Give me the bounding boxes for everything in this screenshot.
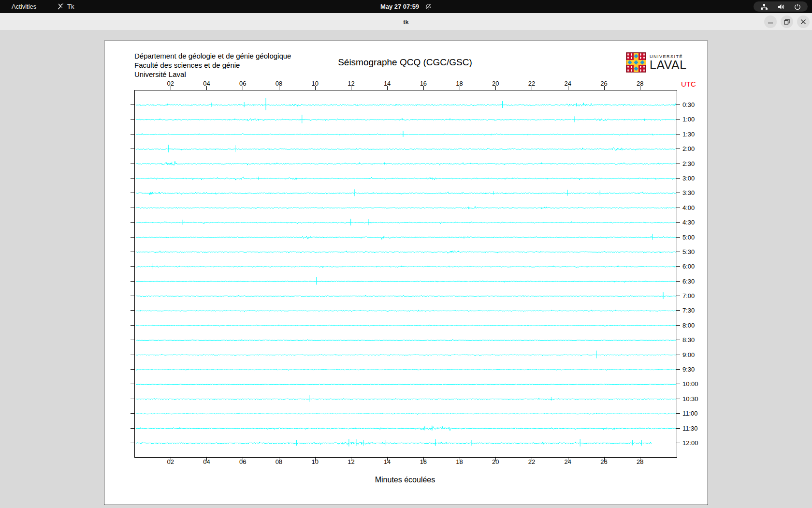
bottom-axis-tick-label: 16	[414, 458, 433, 465]
notifications-off-icon	[425, 3, 432, 10]
trace-row-5:30	[136, 251, 676, 253]
trace-row-3:00	[136, 177, 676, 180]
bottom-axis-tick-label: 06	[233, 458, 252, 465]
system-status-area[interactable]	[754, 1, 808, 12]
logo-laval-text: LAVAL	[650, 59, 687, 71]
left-row-tick	[130, 369, 134, 370]
left-row-tick	[130, 310, 134, 311]
left-row-tick	[130, 105, 134, 105]
left-row-tick	[130, 119, 134, 120]
activities-button[interactable]: Activities	[12, 0, 36, 13]
trace-row-8:00	[136, 325, 676, 327]
top-axis-tick-label: 16	[414, 80, 433, 87]
time-tick-label: 7:30	[682, 307, 695, 314]
bottom-axis-tick-label: 24	[558, 458, 578, 465]
left-row-tick	[130, 296, 134, 296]
maximize-button[interactable]	[781, 15, 793, 28]
time-tick-label: 8:00	[682, 322, 695, 329]
left-row-tick	[130, 355, 134, 355]
left-row-tick	[130, 281, 134, 282]
time-tick-label: 5:30	[682, 248, 695, 255]
trace-row-6:00	[136, 263, 676, 269]
trace-row-1:00	[136, 115, 676, 123]
top-axis-tick-label: 14	[377, 80, 397, 87]
bottom-axis-tick-label: 04	[197, 458, 216, 465]
top-axis-tick-label: 18	[450, 80, 469, 87]
left-row-tick	[130, 208, 134, 208]
left-row-tick	[130, 399, 134, 399]
time-tick-label: 8:30	[682, 336, 695, 343]
time-tick-label: 1:30	[682, 131, 695, 137]
time-tick-label: 1:00	[682, 116, 695, 122]
trace-row-10:30	[136, 395, 676, 402]
power-icon	[794, 3, 801, 10]
trace-row-9:30	[136, 369, 676, 371]
time-tick-label: 5:00	[682, 234, 695, 240]
left-row-tick	[130, 237, 134, 238]
left-row-tick	[130, 164, 134, 164]
universite-laval-logo: UNIVERSITÉ LAVAL	[626, 53, 687, 72]
clock-button[interactable]: May 27 07:59	[380, 3, 432, 10]
trace-row-10:00	[136, 384, 676, 385]
trace-row-7:30	[136, 310, 676, 312]
bottom-axis-tick-label: 02	[161, 458, 180, 465]
top-axis-tick-label: 10	[305, 80, 325, 87]
left-row-tick	[130, 193, 134, 193]
gnome-top-bar: Activities Tk May 27 07:59	[0, 0, 812, 13]
x-axis-title: Minutes écoulées	[260, 476, 550, 484]
bottom-axis-tick-label: 28	[630, 458, 650, 465]
bottom-axis-tick-label: 18	[450, 458, 469, 465]
time-tick-label: 0:30	[682, 101, 695, 108]
activities-label: Activities	[12, 3, 36, 10]
window-title: tk	[0, 13, 812, 30]
top-axis-tick-label: 24	[558, 80, 578, 87]
time-tick-label: 6:00	[682, 263, 695, 269]
seismogram-traces	[135, 90, 677, 457]
time-tick-label: 3:30	[682, 189, 695, 196]
trace-row-11:00	[136, 413, 676, 415]
bottom-axis-tick-label: 20	[486, 458, 505, 465]
trace-row-8:30	[136, 340, 676, 341]
time-tick-label: 2:00	[682, 145, 695, 152]
left-row-tick	[130, 266, 134, 267]
plot-title: Séismographe QCQ (CGC/GSC)	[260, 57, 550, 68]
time-tick-label: 11:00	[682, 410, 698, 417]
trace-row-4:30	[136, 219, 676, 225]
bottom-axis-tick-label: 26	[594, 458, 614, 465]
time-tick-label: 2:30	[682, 160, 695, 167]
top-axis-tick-label: 20	[486, 80, 505, 87]
trace-row-11:30	[136, 426, 676, 431]
trace-row-3:30	[136, 189, 676, 196]
left-row-tick	[130, 340, 134, 340]
time-tick-label: 4:30	[682, 219, 695, 225]
laval-shield-icon	[626, 53, 646, 72]
trace-row-1:30	[136, 131, 676, 137]
time-tick-label: 11:30	[682, 425, 698, 432]
time-tick-label: 7:00	[682, 292, 695, 299]
trace-row-6:30	[136, 277, 676, 285]
focused-app-menu[interactable]: Tk	[57, 0, 74, 13]
close-button[interactable]	[797, 15, 810, 28]
time-tick-label: 10:30	[682, 395, 698, 402]
trace-row-2:30	[136, 161, 676, 165]
time-tick-label: 10:00	[682, 380, 698, 387]
window-title-bar[interactable]: tk	[0, 13, 812, 31]
top-axis-tick-label: 08	[269, 80, 289, 87]
top-axis-tick-label: 04	[197, 80, 216, 87]
left-row-tick	[130, 149, 134, 149]
tk-icon	[57, 3, 64, 10]
minimize-button[interactable]	[764, 15, 777, 28]
volume-icon	[777, 3, 785, 10]
bottom-axis-tick-label: 14	[377, 458, 397, 465]
bottom-axis-tick-label: 08	[269, 458, 289, 465]
left-row-tick	[130, 413, 134, 414]
trace-row-9:00	[136, 351, 676, 359]
utc-axis-label: UTC	[681, 80, 696, 88]
left-row-tick	[130, 134, 134, 134]
top-axis-tick-label: 06	[233, 80, 252, 87]
trace-row-5:00	[136, 234, 676, 240]
clock-area: May 27 07:59	[0, 0, 812, 13]
left-row-tick	[130, 443, 134, 443]
time-tick-label: 9:30	[682, 366, 695, 373]
network-icon	[760, 3, 768, 10]
